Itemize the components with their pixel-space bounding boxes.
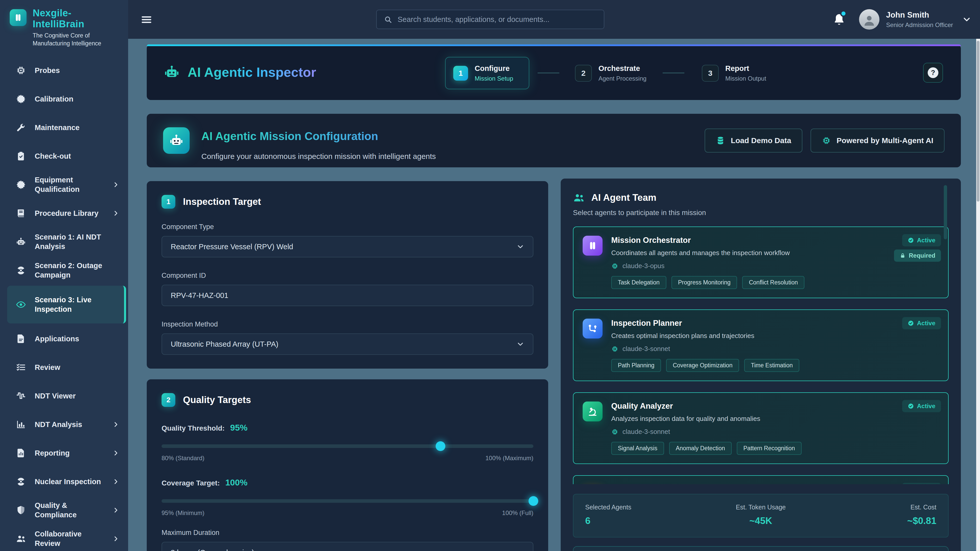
help-button[interactable]: ? [923,63,943,83]
brain-icon [583,236,603,256]
sidebar-item-collaborative-review[interactable]: Collaborative Review [0,524,128,551]
sidebar-item-label: Collaborative Review [35,529,103,548]
sidebar-item-reporting[interactable]: Reporting [0,439,128,467]
sidebar-item-ndt-viewer[interactable]: NDT Viewer [0,382,128,410]
chip-icon [611,345,618,353]
inspection-method-select[interactable]: Ultrasonic Phased Array (UT-PA) [162,333,533,355]
sidebar-item-probes[interactable]: Probes [0,56,128,85]
agent-card-mission-orchestrator[interactable]: Mission OrchestratorCoordinates all agen… [573,227,948,298]
chevron-down-icon [517,243,524,251]
agent-team-title: AI Agent Team [591,192,656,203]
slider-thumb[interactable] [528,496,538,506]
agent-capabilities: Task DelegationProgress MonitoringConfli… [611,276,804,289]
clipboard-check-icon [16,151,26,161]
chip-icon [16,65,26,76]
sidebar-item-procedure-library[interactable]: Procedure Library [0,199,128,227]
waveform-icon [16,391,26,401]
coverage-target-slider[interactable] [162,499,533,503]
active-badge: Active [902,234,941,246]
step-orchestrate[interactable]: 2OrchestrateAgent Processing [575,57,646,89]
sidebar-item-nuclear-inspection[interactable]: Nuclear Inspection [0,467,128,496]
step-sublabel: Mission Output [725,75,766,82]
page-scrollbar[interactable] [976,39,980,551]
user-menu[interactable]: John Smith Senior Admission Officer [859,9,971,30]
active-badge: Active [902,400,941,412]
microscope-icon [583,402,603,421]
seal-icon [16,94,26,104]
sidebar-item-check-out[interactable]: Check-out [0,142,128,170]
sidebar-item-label: Scenario 3: Live Inspection [35,295,115,314]
sidebar-item-equipment-qualification[interactable]: Equipment Qualification [0,170,128,199]
sidebar-item-maintenance[interactable]: Maintenance [0,113,128,142]
sidebar-item-scenario-1-ai-ndt-analysis[interactable]: Scenario 1: AI NDT Analysis [0,227,128,256]
step-report[interactable]: 3ReportMission Output [702,57,766,89]
sidebar-item-scenario-2-outage-campaign[interactable]: Scenario 2: Outage Campaign [0,256,128,285]
sidebar-item-label: Reporting [35,448,103,458]
agent-badges: Active [902,400,941,412]
mission-config-header: AI Agentic Mission Configuration Configu… [147,114,961,167]
notification-dot [840,10,847,17]
sidebar-item-review[interactable]: Review [0,353,128,382]
component-id-value: RPV-47-HAZ-001 [171,291,228,300]
max-duration-select[interactable]: 8 hours (Comprehensive) [162,542,533,551]
slider-thumb[interactable] [436,441,445,451]
page-scrollbar-thumb[interactable] [977,41,980,202]
chevron-right-icon [112,421,119,428]
powered-by-button[interactable]: Powered by Multi-Agent AI [811,129,945,152]
slider-min-label: 95% (Minimum) [162,510,204,516]
step-sublabel: Mission Setup [475,75,513,82]
chevron-right-icon [112,449,119,457]
search-box[interactable] [376,10,605,29]
capability-tag: Progress Monitoring [671,276,737,289]
lock-icon [900,252,906,259]
shield-icon [16,505,26,515]
sidebar-item-quality-compliance[interactable]: Quality & Compliance [0,496,128,524]
agent-card-inspection-planner[interactable]: Inspection PlannerCreates optimal inspec… [573,310,948,381]
coverage-target-group: Coverage Target: 100%95% (Minimum)100% (… [162,478,533,516]
sidebar-item-calibration[interactable]: Calibration [0,85,128,113]
agent-badges: Active [902,483,941,484]
sidebar-item-label: Applications [35,334,119,344]
stat-value: ~45K [702,516,819,526]
wrench-icon [16,122,26,133]
agent-list-scrollbar[interactable] [944,185,947,239]
agent-capabilities: Signal AnalysisAnomaly DetectionPattern … [611,442,802,455]
agent-card-quality-analyzer[interactable]: Quality AnalyzerAnalyzes inspection data… [573,392,948,464]
load-demo-data-button[interactable]: Load Demo Data [705,129,802,152]
quality-threshold-slider[interactable] [162,445,533,448]
agent-card-parameter-optimizer[interactable]: Parameter OptimizerOptimizes scan parame… [573,475,948,484]
mission-robot-badge [163,127,189,154]
menu-icon[interactable] [141,14,152,25]
sidebar-item-label: Procedure Library [35,209,103,218]
top-header: John Smith Senior Admission Officer [0,0,980,39]
capability-tag: Time Estimation [744,359,799,372]
chevron-down-icon [517,340,524,348]
sidebar-item-ndt-analysis[interactable]: NDT Analysis [0,410,128,439]
agent-name: Quality Analyzer [611,402,802,411]
user-role: Senior Admission Officer [886,21,953,29]
sidebar-item-applications[interactable]: Applications [0,324,128,353]
brand-tagline: The Cognitive Core of Manufacturing Inte… [33,32,117,48]
quality-targets-card: 2 Quality Targets Quality Threshold: 95%… [147,380,548,551]
sidebar-nav: ProbesCalibrationMaintenanceCheck-outEqu… [0,53,128,551]
report-icon [16,448,26,458]
step-configure[interactable]: 1ConfigureMission Setup [445,57,529,89]
sidebar-item-scenario-3-live-inspection[interactable]: Scenario 3: Live Inspection [7,286,126,324]
active-badge: Active [902,483,941,484]
sidebar: Nexgile-IntelliBrain The Cognitive Core … [0,0,128,551]
route-icon [583,319,603,338]
agent-model: claude-3-sonnet [622,428,670,436]
notification-bell-button[interactable] [832,12,846,27]
sidebar-item-label: NDT Analysis [35,420,103,429]
agent-team-panel: AI Agent Team Select agents to participa… [561,179,961,551]
search-input[interactable] [397,15,597,24]
component-id-input[interactable]: RPV-47-HAZ-001 [162,285,533,306]
slider-max-label: 100% (Full) [502,510,533,516]
agent-model: claude-3-sonnet [622,345,670,353]
stat-label: Selected Agents [585,503,702,511]
component-type-select[interactable]: Reactor Pressure Vessel (RPV) Weld [162,236,533,257]
chevron-right-icon [112,507,119,514]
agent-capabilities: Path PlanningCoverage OptimizationTime E… [611,359,799,372]
mission-stats: Selected Agents6Est. Token Usage~45KEst.… [573,494,948,537]
sidebar-item-label: Calibration [35,94,119,104]
